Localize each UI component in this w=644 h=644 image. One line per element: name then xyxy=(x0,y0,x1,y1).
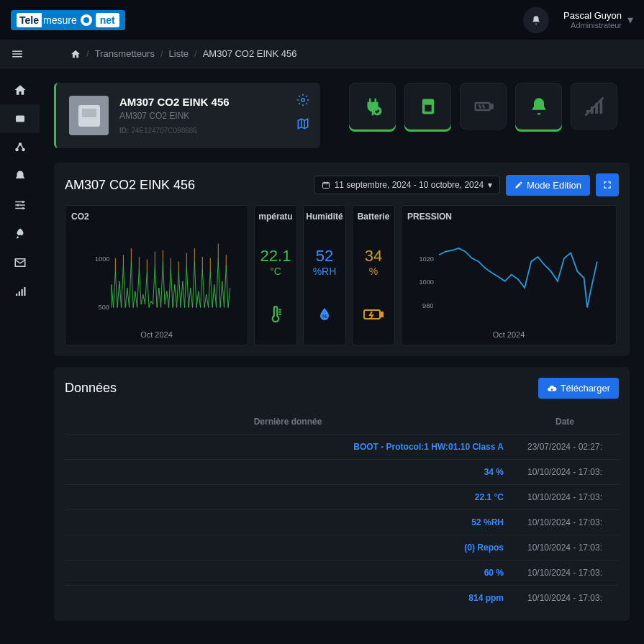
device-subtitle: AM307 CO2 EINK xyxy=(119,111,230,121)
svg-rect-18 xyxy=(491,104,493,108)
gear-icon xyxy=(296,94,309,106)
device-settings-button[interactable] xyxy=(296,94,309,106)
pressure-chart-widget[interactable]: PRESSION 1020 1000 980 Oct 2024 xyxy=(401,205,617,345)
sidebar-signal[interactable] xyxy=(0,277,40,306)
status-battery[interactable] xyxy=(460,83,507,130)
data-cell: BOOT - Protocol:1 HW:01.10 Class A xyxy=(65,435,511,460)
svg-text:%: % xyxy=(322,313,327,319)
network-icon xyxy=(14,141,27,154)
pressure-xlabel: Oct 2024 xyxy=(407,330,610,339)
topbar: Tele mesure net Pascal Guyon Administrat… xyxy=(0,0,644,40)
breadcrumb-transmitters[interactable]: Transmetteurs xyxy=(95,48,155,59)
table-row[interactable]: 52 %RH10/10/2024 - 17:03: xyxy=(65,510,619,535)
pressure-chart: 1020 1000 980 xyxy=(407,225,612,327)
table-row[interactable]: 34 %10/10/2024 - 17:03: xyxy=(65,460,619,485)
svg-text:500: 500 xyxy=(99,304,109,311)
table-row[interactable]: 60 %10/10/2024 - 17:03: xyxy=(65,561,619,586)
logo-tele: Tele xyxy=(17,13,42,27)
svg-rect-8 xyxy=(18,291,19,296)
date-cell: 10/10/2024 - 17:03: xyxy=(511,485,619,510)
col-data: Dernière donnée xyxy=(65,409,511,435)
breadcrumb-current: AM307 CO2 EINK 456 xyxy=(203,48,297,59)
date-range-picker[interactable]: 11 septembre, 2024 - 10 octobre, 2024 ▾ xyxy=(314,176,500,194)
temp-title: mpératu xyxy=(258,212,292,222)
table-row[interactable]: 22.1 °C10/10/2024 - 17:03: xyxy=(65,485,619,510)
data-cell: (0) Repos xyxy=(65,535,511,561)
expand-icon xyxy=(602,180,612,190)
logo-mesure: mesure xyxy=(43,14,77,26)
col-date: Date xyxy=(511,409,619,435)
notifications-button[interactable] xyxy=(523,7,549,33)
plug-icon xyxy=(362,96,384,117)
status-signal[interactable] xyxy=(571,83,617,130)
svg-point-6 xyxy=(22,207,24,209)
date-cell: 10/10/2024 - 17:03: xyxy=(511,460,619,485)
co2-title: CO2 xyxy=(71,212,242,222)
user-menu[interactable]: Pascal Guyon Administrateur ▾ xyxy=(563,10,633,30)
breadcrumb-home[interactable] xyxy=(71,49,81,59)
logo[interactable]: Tele mesure net xyxy=(11,10,125,30)
calendar-icon xyxy=(322,181,330,189)
sidebar-rocket[interactable] xyxy=(0,219,40,248)
battery-widget[interactable]: Batterie 34 % xyxy=(352,205,395,345)
svg-point-3 xyxy=(22,148,25,152)
breadcrumb-list[interactable]: Liste xyxy=(169,48,189,59)
temp-value: 22.1 xyxy=(260,247,291,266)
svg-text:980: 980 xyxy=(422,302,433,309)
hamburger-icon xyxy=(11,47,24,60)
table-row[interactable]: BOOT - Protocol:1 HW:01.10 Class A23/07/… xyxy=(65,435,619,460)
svg-rect-9 xyxy=(21,289,22,296)
map-icon xyxy=(296,117,309,130)
table-row[interactable]: (0) Repos10/10/2024 - 17:03: xyxy=(65,535,619,561)
battery-unit: % xyxy=(369,266,378,277)
breadcrumb: / Transmetteurs / Liste / AM307 CO2 EINK… xyxy=(71,48,296,59)
sidebar-home[interactable] xyxy=(0,76,40,104)
data-cell: 22.1 °C xyxy=(65,485,511,510)
device-map-button[interactable] xyxy=(296,117,309,130)
svg-rect-10 xyxy=(24,287,25,296)
co2-chart-widget[interactable]: CO2 1000 500 Oct 2024 xyxy=(65,205,248,345)
home-icon xyxy=(14,83,27,96)
signal-icon xyxy=(14,285,27,298)
status-data[interactable] xyxy=(404,83,451,130)
device-id: ID: 24E124707C098686 xyxy=(119,127,230,135)
fullscreen-button[interactable] xyxy=(596,173,619,196)
logo-dot-icon xyxy=(81,14,92,26)
sim-icon xyxy=(418,96,438,117)
temperature-widget[interactable]: mpératu 22.1 °C xyxy=(254,205,297,345)
table-row[interactable]: 814 ppm10/10/2024 - 17:03: xyxy=(65,586,619,611)
widgets-row: CO2 1000 500 Oct 2024 mpératu xyxy=(65,205,619,345)
dashboard-panel: AM307 CO2 EINK 456 11 septembre, 2024 - … xyxy=(54,163,630,356)
svg-point-5 xyxy=(17,204,19,207)
card-icon xyxy=(14,112,27,125)
sidebar-network[interactable] xyxy=(0,133,40,162)
menu-toggle-button[interactable] xyxy=(11,47,24,60)
svg-point-2 xyxy=(15,148,19,152)
humidity-title: Humidité xyxy=(306,212,343,222)
date-cell: 10/10/2024 - 17:03: xyxy=(511,535,619,561)
sidebar-devices[interactable] xyxy=(0,104,40,133)
sidebar-mail[interactable] xyxy=(0,248,40,277)
data-table: Dernière donnée Date BOOT - Protocol:1 H… xyxy=(65,409,619,610)
sidebar-settings[interactable] xyxy=(0,191,40,219)
device-image-icon xyxy=(75,101,104,130)
edit-mode-button[interactable]: Mode Edition xyxy=(506,175,590,196)
panel-title: AM307 CO2 EINK 456 xyxy=(65,178,195,193)
status-alerts[interactable] xyxy=(515,83,562,130)
svg-text:1000: 1000 xyxy=(419,278,434,286)
content: AM307 CO2 EINK 456 AM307 CO2 EINK ID: 24… xyxy=(40,68,644,644)
svg-rect-16 xyxy=(425,104,431,111)
download-button[interactable]: Télécharger xyxy=(538,378,619,399)
device-title: AM307 CO2 EINK 456 xyxy=(119,96,230,108)
date-cell: 10/10/2024 - 17:03: xyxy=(511,561,619,586)
status-power[interactable] xyxy=(349,83,396,130)
chevron-down-icon: ▾ xyxy=(627,13,633,27)
humidity-widget[interactable]: Humidité 52 %RH % xyxy=(303,205,346,345)
date-cell: 10/10/2024 - 17:03: xyxy=(511,586,619,611)
sidebar-alerts[interactable] xyxy=(0,162,40,191)
bell-icon xyxy=(529,96,549,117)
sidebar xyxy=(0,68,40,644)
breadcrumb-bar: / Transmetteurs / Liste / AM307 CO2 EINK… xyxy=(0,40,644,68)
svg-rect-23 xyxy=(322,183,329,189)
droplet-icon: % xyxy=(316,306,333,323)
